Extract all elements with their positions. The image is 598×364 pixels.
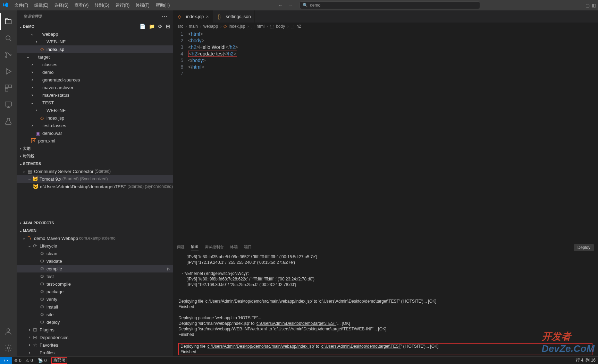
lifecycle-goal[interactable]: ⚙compile▷ xyxy=(17,265,173,272)
menu-item[interactable]: 查看(V) xyxy=(72,1,91,10)
lifecycle-goal[interactable]: ⚙validate xyxy=(17,257,173,265)
panel-tab[interactable]: 问题 xyxy=(177,244,185,251)
ports-status[interactable]: 📡0 xyxy=(35,357,49,364)
tree-item[interactable]: ›maven-archiver xyxy=(17,84,173,91)
layout-panel-icon[interactable]: ▢ xyxy=(586,3,590,8)
editor-tab[interactable]: {}settings.json xyxy=(213,10,255,23)
breadcrumb[interactable]: src›main›webapp›◇index.jsp›⬚html›⬚body›⬚… xyxy=(173,23,598,30)
maven-header[interactable]: ⌄MAVEN xyxy=(17,227,173,234)
sidebar-title-label: 资源管理器 xyxy=(24,14,43,19)
server-item[interactable]: ⌄▦Community Server Connector (Started) xyxy=(17,167,173,175)
timeline-header[interactable]: ›时间线 xyxy=(17,152,173,160)
panel-tab[interactable]: 端口 xyxy=(244,244,252,251)
tree-item[interactable]: ›demo xyxy=(17,68,173,76)
svg-point-9 xyxy=(7,347,9,349)
breadcrumb-icon: ⬚ xyxy=(290,24,294,29)
lifecycle-goal[interactable]: ⚙clean xyxy=(17,250,173,257)
menu-item[interactable]: 转到(G) xyxy=(92,1,112,10)
lifecycle-goal[interactable]: ⚙test-compile xyxy=(17,280,173,288)
server-item[interactable]: 🐱c:\Users\Admin\Desktop\demo\target\TEST… xyxy=(17,183,173,190)
deploy-dropdown[interactable]: Deploy xyxy=(574,244,594,251)
server-status: (Started) (Synchronized) xyxy=(127,184,173,189)
problems-status[interactable]: ⊗0 ⚠0 xyxy=(12,357,35,364)
tree-item[interactable]: ▣demo.war xyxy=(17,129,173,137)
maven-node[interactable]: ›Profiles xyxy=(17,349,173,356)
collapse-all-icon[interactable]: ⊟ xyxy=(166,24,170,29)
breadcrumb-item[interactable]: main xyxy=(189,24,198,29)
menu-item[interactable]: 选择(S) xyxy=(52,1,71,10)
breadcrumb-item[interactable]: src xyxy=(178,24,183,29)
sidebar-more-icon[interactable]: ⋯ xyxy=(162,13,167,20)
jsp-file-icon: ◇ xyxy=(39,115,45,121)
warning-icon: ⚠ xyxy=(25,358,29,363)
new-file-icon[interactable]: 📄 xyxy=(140,24,145,29)
search-view-icon[interactable] xyxy=(0,30,17,46)
testing-view-icon[interactable] xyxy=(0,113,17,130)
chevron-icon: › xyxy=(34,108,39,113)
panel-tab[interactable]: 终端 xyxy=(230,244,238,251)
breadcrumb-item[interactable]: body xyxy=(276,24,285,29)
tree-item[interactable]: ◇index.jsp xyxy=(17,114,173,122)
command-center-search[interactable]: 🔍 demo xyxy=(300,1,480,9)
lifecycle-goal[interactable]: ⚙deploy xyxy=(17,318,173,326)
breadcrumb-item[interactable]: index.jsp xyxy=(229,24,245,29)
code-editor[interactable]: 1234567 <html><body><h2>Hello World!</h2… xyxy=(173,30,598,242)
outline-header[interactable]: ›大纲 xyxy=(17,145,173,152)
breadcrumb-item[interactable]: html xyxy=(256,24,264,29)
refresh-icon[interactable]: ⟳ xyxy=(158,24,162,29)
scm-view-icon[interactable] xyxy=(0,46,17,63)
server-item[interactable]: ⌄🐱Tomcat 9.x (Started) (Synchronized) xyxy=(17,175,173,183)
tree-item[interactable]: 🄼pom.xml xyxy=(17,137,173,145)
new-folder-icon[interactable]: 📁 xyxy=(149,24,155,29)
tree-item[interactable]: ›maven-status xyxy=(17,91,173,99)
cursor-position[interactable]: 行 4, 列 16 xyxy=(573,357,598,363)
tree-item[interactable]: ◇index.jsp xyxy=(17,45,173,53)
nav-back-icon[interactable]: ← xyxy=(278,2,283,8)
editor-tab[interactable]: ◇index.jsp× xyxy=(173,10,213,23)
panel-tab[interactable]: 调试控制台 xyxy=(205,244,224,251)
layout-sidebar-icon[interactable]: ◧ xyxy=(592,3,596,8)
panel-tab[interactable]: 输出 xyxy=(191,244,199,251)
tree-item[interactable]: ⌄target xyxy=(17,53,173,61)
nav-forward-icon[interactable]: → xyxy=(288,2,293,8)
run-icon[interactable]: ▷ xyxy=(167,267,170,271)
tree-item[interactable]: ›generated-sources xyxy=(17,76,173,84)
explorer-view-icon[interactable] xyxy=(0,13,17,30)
close-icon[interactable]: × xyxy=(206,14,209,19)
servers-header[interactable]: ⌄SERVERS xyxy=(17,160,173,167)
lifecycle-goal[interactable]: ⚙package xyxy=(17,288,173,295)
hot-deploy-status[interactable]: 热部署 xyxy=(49,357,70,364)
tree-item[interactable]: ›test-classes xyxy=(17,122,173,129)
extensions-view-icon[interactable] xyxy=(0,80,17,96)
maven-node[interactable]: ›☆Favorites xyxy=(17,341,173,349)
menu-item[interactable]: 编辑(E) xyxy=(32,1,51,10)
tree-item[interactable]: ›classes xyxy=(17,61,173,68)
java-projects-header[interactable]: ›JAVA PROJECTS xyxy=(17,219,173,227)
output-panel[interactable]: [IPv6] 'fe80::bf35:abe5:b99e:3652' / 'ff… xyxy=(173,253,598,356)
remote-explorer-icon[interactable] xyxy=(0,96,17,113)
lifecycle-goal[interactable]: ⚙verify xyxy=(17,295,173,303)
maven-node[interactable]: ›⊞Plugins xyxy=(17,326,173,333)
tree-item[interactable]: ›WEB-INF xyxy=(17,38,173,45)
tree-item[interactable]: ›WEB-INF xyxy=(17,106,173,114)
lifecycle-goal[interactable]: ⚙test xyxy=(17,272,173,280)
accounts-icon[interactable] xyxy=(0,323,17,340)
menu-item[interactable]: 文件(F) xyxy=(12,1,31,10)
breadcrumb-item[interactable]: h2 xyxy=(296,24,301,29)
tree-item[interactable]: ⌄TEST xyxy=(17,99,173,106)
menu-item[interactable]: 帮助(H) xyxy=(153,1,173,10)
maven-project[interactable]: ⌄〽demo Maven Webapp com.example:demo xyxy=(17,234,173,242)
run-debug-view-icon[interactable] xyxy=(0,63,17,80)
remote-button[interactable] xyxy=(0,357,12,364)
tree-label: generated-sources xyxy=(42,77,80,83)
menu-item[interactable]: 运行(R) xyxy=(113,1,133,10)
lifecycle-goal[interactable]: ⚙install xyxy=(17,303,173,311)
lifecycle-goal[interactable]: ⚙site xyxy=(17,311,173,318)
menu-item[interactable]: 终端(T) xyxy=(133,1,152,10)
maven-node[interactable]: ›⊞Dependencies xyxy=(17,333,173,341)
lifecycle-node[interactable]: ⌄⟳Lifecycle xyxy=(17,242,173,250)
settings-gear-icon[interactable] xyxy=(0,340,17,356)
tree-item[interactable]: ⌄webapp xyxy=(17,30,173,38)
breadcrumb-item[interactable]: webapp xyxy=(203,24,218,29)
explorer-folder-header[interactable]: ⌄ DEMO 📄 📁 ⟳ ⊟ xyxy=(17,23,173,30)
